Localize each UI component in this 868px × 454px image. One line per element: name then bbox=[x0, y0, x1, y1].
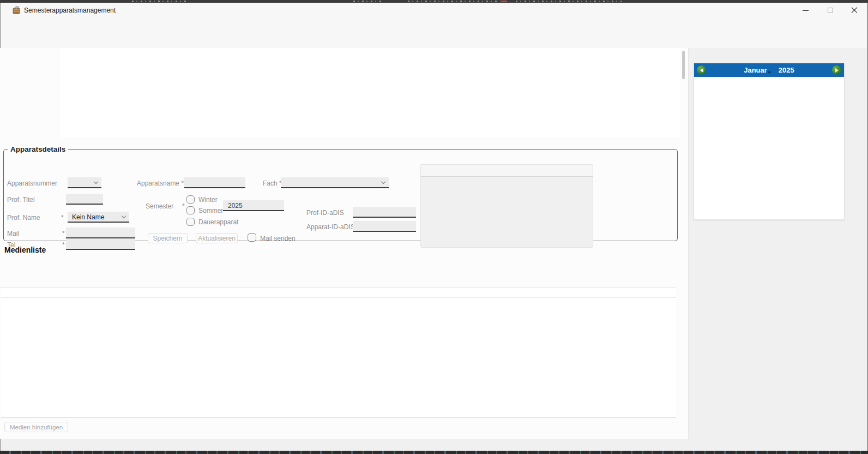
apparatsnummer-label: Apparatsnummer bbox=[7, 180, 57, 187]
mail-required-mark: * bbox=[62, 230, 65, 237]
medienliste-title: Medienliste bbox=[4, 246, 46, 254]
apparat-id-adis-input[interactable] bbox=[353, 221, 416, 232]
close-icon bbox=[851, 7, 858, 14]
medienliste-header bbox=[1, 287, 676, 298]
apparat-id-adis-label: Apparat-ID-aDIS bbox=[306, 223, 355, 231]
calendar-next-button[interactable] bbox=[832, 65, 841, 75]
calendar-header: Januar2025 bbox=[694, 63, 844, 77]
scrollbar-thumb[interactable] bbox=[682, 51, 685, 79]
mail-input[interactable] bbox=[66, 228, 135, 238]
arrow-right-icon bbox=[835, 68, 839, 73]
apparatsname-input[interactable] bbox=[184, 177, 245, 188]
background-artifact bbox=[405, 1, 497, 2]
tab-content-anlegen: Apparatsdetails Apparatsnummer Apparatsn… bbox=[0, 48, 688, 439]
mail-label: Mail bbox=[7, 230, 19, 237]
sommer-radio-label: Sommer bbox=[198, 207, 223, 214]
chevron-down-icon bbox=[94, 180, 98, 184]
dauerapparat-radio-label: Dauerapparat bbox=[198, 218, 238, 226]
aktualisieren-button[interactable]: Aktualisieren bbox=[196, 233, 238, 243]
window-title: Semesterapparatsmanagement bbox=[24, 7, 116, 14]
prof-titel-label: Prof. Titel bbox=[7, 196, 35, 204]
semester-year-input[interactable]: 2025 bbox=[223, 200, 284, 211]
prof-name-select[interactable]: Kein Name bbox=[68, 212, 129, 223]
calendar-month[interactable]: Januar bbox=[744, 66, 767, 74]
arrow-left-icon bbox=[700, 68, 703, 73]
semester-label: Semester bbox=[146, 202, 173, 210]
minimize-button[interactable] bbox=[793, 3, 818, 18]
mail-senden-label: Mail senden bbox=[260, 235, 296, 242]
content-divider bbox=[688, 48, 689, 439]
background-artifact bbox=[513, 1, 622, 2]
apps-table bbox=[60, 48, 680, 138]
prof-titel-input[interactable] bbox=[66, 194, 103, 205]
prof-name-required-mark: * bbox=[61, 214, 64, 222]
calendar: Januar2025 bbox=[694, 63, 845, 220]
fach-select[interactable] bbox=[281, 177, 389, 188]
winter-radio[interactable] bbox=[186, 195, 195, 204]
dokument-table-body bbox=[420, 176, 593, 248]
winter-radio-label: Winter bbox=[198, 196, 218, 204]
apps-table-scrollbar[interactable] bbox=[682, 49, 685, 136]
titlebar: Semesterapparatsmanagement bbox=[0, 3, 868, 18]
prof-name-selected-value: Kein Name bbox=[68, 212, 129, 221]
sommer-radio[interactable] bbox=[186, 206, 195, 214]
dokument-table bbox=[420, 164, 593, 248]
app-icon bbox=[12, 5, 21, 15]
chevron-down-icon bbox=[381, 180, 385, 184]
dauerapparat-radio[interactable] bbox=[186, 218, 195, 226]
prof-name-label: Prof. Name bbox=[7, 214, 40, 222]
speichern-button[interactable]: Speichern bbox=[148, 233, 188, 243]
semester-year-value: 2025 bbox=[223, 200, 284, 210]
calendar-day-headers bbox=[694, 77, 844, 80]
background-window-sliver-bottom bbox=[0, 451, 868, 454]
close-button[interactable] bbox=[842, 3, 867, 18]
medienliste-body bbox=[1, 298, 676, 418]
apparatsdetails-title: Apparatsdetails bbox=[8, 145, 68, 153]
calendar-prev-button[interactable] bbox=[697, 65, 706, 75]
background-artifact bbox=[501, 1, 507, 2]
apparatsdetails-group: Apparatsdetails Apparatsnummer Apparatsn… bbox=[3, 145, 678, 241]
semester-required-mark: * bbox=[182, 202, 185, 210]
prof-id-adis-input[interactable] bbox=[353, 207, 416, 218]
apparatsnummer-select[interactable] bbox=[68, 177, 101, 188]
maximize-icon bbox=[828, 8, 833, 13]
medien-hinzufuegen-button[interactable]: Medien hinzufügen bbox=[4, 422, 68, 432]
dokument-table-header bbox=[420, 164, 593, 176]
minimize-icon bbox=[803, 10, 809, 11]
background-artifact bbox=[129, 1, 188, 2]
calendar-title[interactable]: Januar2025 bbox=[694, 66, 844, 74]
calendar-year[interactable]: 2025 bbox=[779, 66, 794, 74]
maximize-button[interactable] bbox=[818, 3, 843, 18]
tel-required-mark: * bbox=[62, 241, 65, 249]
fach-label: Fach * bbox=[263, 180, 282, 187]
apparatsname-label: Apparatsname * bbox=[137, 180, 184, 187]
background-artifact bbox=[350, 1, 383, 2]
prof-id-adis-label: Prof-ID-aDIS bbox=[306, 209, 344, 217]
tel-input[interactable] bbox=[66, 239, 135, 250]
mail-senden-checkbox[interactable] bbox=[248, 233, 256, 242]
chevron-down-icon bbox=[768, 71, 771, 74]
